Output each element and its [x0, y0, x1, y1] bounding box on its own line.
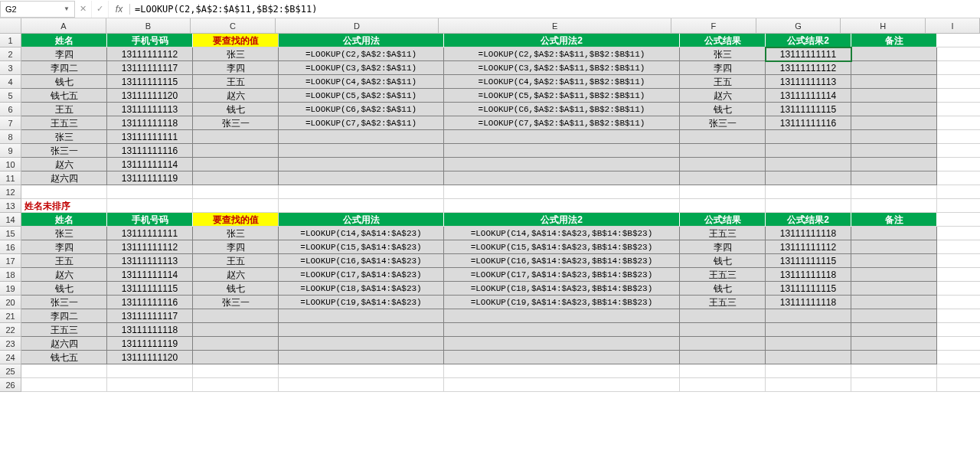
cell[interactable]: =LOOKUP(C19,$A$14:$A$23,$B$14:$B$23)	[444, 296, 680, 309]
cell[interactable]: 13111111115	[766, 282, 851, 296]
cell[interactable]	[279, 171, 444, 185]
cell[interactable]: 王五三	[680, 268, 766, 282]
cell[interactable]: 13111111113	[107, 103, 193, 116]
cell[interactable]	[193, 364, 279, 378]
col-header-F[interactable]: F	[671, 18, 756, 34]
cell[interactable]: 张三一	[21, 144, 107, 158]
cell[interactable]: 要查找的值	[193, 213, 279, 227]
cell[interactable]	[444, 323, 680, 337]
cell[interactable]: 李四	[21, 47, 107, 61]
cell[interactable]: 13111111116	[107, 296, 193, 309]
cell[interactable]: 13111111113	[107, 254, 193, 268]
cell[interactable]	[193, 199, 279, 213]
header-result1[interactable]: 公式结果	[680, 34, 766, 47]
row-header[interactable]: 17	[0, 254, 21, 268]
cell[interactable]: 李四	[21, 240, 107, 254]
cell[interactable]	[851, 282, 937, 296]
cell[interactable]	[680, 130, 766, 144]
cell[interactable]: =LOOKUP(C15,$A$14:$A$23,$B$14:$B$23)	[444, 240, 680, 254]
cell[interactable]: 张三一	[193, 116, 279, 130]
cell[interactable]: 13111111120	[107, 351, 193, 364]
cell[interactable]: =LOOKUP(C16,$A$14:$A$23)	[279, 254, 444, 268]
cell[interactable]: 王五三	[21, 323, 107, 337]
cell[interactable]: 钱七	[193, 103, 279, 116]
cell[interactable]	[279, 323, 444, 337]
cell[interactable]: =LOOKUP(C6,$A$2:$A$11,$B$2:$B$11)	[444, 103, 680, 116]
cell[interactable]	[937, 158, 980, 171]
cell[interactable]	[851, 116, 937, 130]
formula-input[interactable]: =LOOKUP(C2,$A$2:$A$11,$B$2:$B$11)	[130, 4, 980, 15]
cell[interactable]	[766, 199, 851, 213]
cell[interactable]	[680, 309, 766, 323]
cell[interactable]	[937, 364, 980, 378]
cell[interactable]: =LOOKUP(C15,$A$14:$A$23)	[279, 240, 444, 254]
cell[interactable]	[279, 337, 444, 351]
cell[interactable]	[444, 364, 680, 378]
cell[interactable]	[937, 171, 980, 185]
col-header-G[interactable]: G	[756, 18, 841, 34]
col-header-H[interactable]: H	[841, 18, 926, 34]
cell[interactable]	[279, 199, 444, 213]
cell[interactable]	[937, 185, 980, 199]
cell[interactable]: 13111111119	[107, 337, 193, 351]
row-header[interactable]: 16	[0, 240, 21, 254]
cell[interactable]	[851, 240, 937, 254]
cell[interactable]: =LOOKUP(C18,$A$14:$A$23,$B$14:$B$23)	[444, 282, 680, 296]
cell[interactable]: 13111111112	[107, 47, 193, 61]
cell[interactable]: =LOOKUP(C7,$A$2:$A$11,$B$2:$B$11)	[444, 116, 680, 130]
cell[interactable]	[937, 116, 980, 130]
cell[interactable]	[193, 378, 279, 392]
cell[interactable]: 李四	[193, 61, 279, 75]
cell[interactable]: 赵六	[21, 268, 107, 282]
cell[interactable]	[193, 337, 279, 351]
cell[interactable]	[851, 199, 937, 213]
row-header[interactable]: 23	[0, 337, 21, 351]
cell[interactable]	[193, 130, 279, 144]
header-formula2[interactable]: 公式用法2	[444, 34, 680, 47]
cell[interactable]: 姓名	[21, 213, 107, 227]
cell[interactable]: 13111111111	[766, 47, 851, 61]
cell[interactable]	[193, 158, 279, 171]
cell[interactable]: 公式结果	[680, 213, 766, 227]
row-header[interactable]: 6	[0, 103, 21, 116]
cell[interactable]	[851, 337, 937, 351]
row-header[interactable]: 18	[0, 268, 21, 282]
cell[interactable]: 13111111117	[107, 309, 193, 323]
cell[interactable]	[766, 309, 851, 323]
cell[interactable]	[680, 185, 766, 199]
cell[interactable]	[937, 323, 980, 337]
cell[interactable]: 13111111118	[107, 323, 193, 337]
cell[interactable]	[680, 199, 766, 213]
cell[interactable]: 公式用法2	[444, 213, 680, 227]
section-label-unsorted[interactable]: 姓名未排序	[21, 199, 107, 213]
cell[interactable]	[851, 323, 937, 337]
cell[interactable]	[680, 323, 766, 337]
cell[interactable]	[279, 130, 444, 144]
cell[interactable]: 张三	[680, 47, 766, 61]
cell[interactable]: =LOOKUP(C2,$A$2:$A$11,$B$2:$B$11)	[444, 47, 680, 61]
header-result2[interactable]: 公式结果2	[766, 34, 851, 47]
cell[interactable]: =LOOKUP(C6,$A$2:$A$11)	[279, 103, 444, 116]
cell[interactable]: 赵六四	[21, 337, 107, 351]
cell[interactable]	[680, 144, 766, 158]
cell[interactable]	[21, 364, 107, 378]
cell[interactable]	[851, 144, 937, 158]
header-phone[interactable]: 手机号码	[107, 34, 193, 47]
cell[interactable]: 赵六	[193, 268, 279, 282]
row-header[interactable]: 22	[0, 323, 21, 337]
cell[interactable]: =LOOKUP(C3,$A$2:$A$11)	[279, 61, 444, 75]
cell[interactable]: 王五三	[680, 296, 766, 309]
cell[interactable]	[937, 282, 980, 296]
cell[interactable]	[680, 364, 766, 378]
cell[interactable]: =LOOKUP(C18,$A$14:$A$23)	[279, 282, 444, 296]
cell[interactable]: 张三	[21, 227, 107, 240]
cell[interactable]	[937, 227, 980, 240]
col-header-I[interactable]: I	[926, 18, 980, 34]
spreadsheet-grid[interactable]: A B C D E F G H I 1姓名手机号码要查找的值公式用法公式用法2公…	[0, 18, 980, 392]
cell[interactable]	[444, 337, 680, 351]
cell[interactable]: =LOOKUP(C17,$A$14:$A$23)	[279, 268, 444, 282]
cell[interactable]	[107, 199, 193, 213]
cell[interactable]: 李四	[680, 240, 766, 254]
cell[interactable]: =LOOKUP(C3,$A$2:$A$11,$B$2:$B$11)	[444, 61, 680, 75]
cell[interactable]: =LOOKUP(C5,$A$2:$A$11,$B$2:$B$11)	[444, 89, 680, 103]
